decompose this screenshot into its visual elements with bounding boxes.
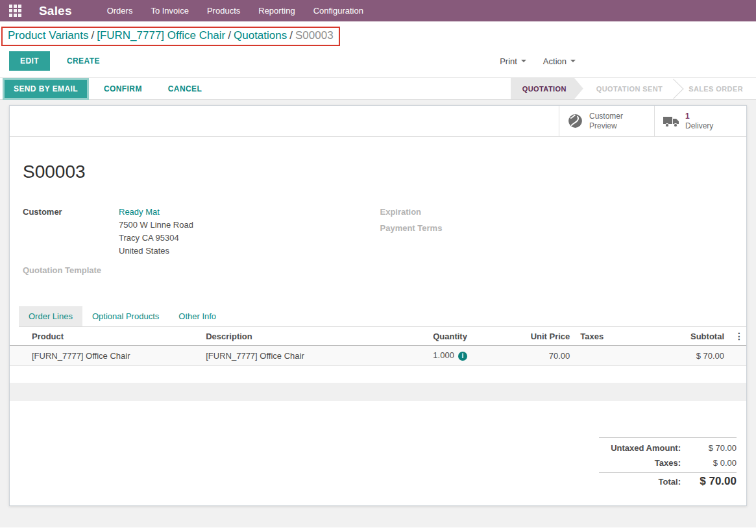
delivery-button[interactable]: 1 Delivery bbox=[654, 106, 746, 136]
order-lines-table: Product Description Quantity Unit Price … bbox=[10, 327, 746, 401]
top-navbar: Sales Orders To Invoice Products Reporti… bbox=[0, 0, 756, 21]
statusbar: SEND BY EMAIL CONFIRM CANCEL QUOTATION Q… bbox=[0, 77, 756, 100]
statusbar-states: QUOTATION QUOTATION SENT SALES ORDER bbox=[511, 78, 756, 99]
breadcrumb: Product Variants/[FURN_7777] Office Chai… bbox=[8, 29, 334, 42]
totals-section: Untaxed Amount: $ 70.00 Taxes: $ 0.00 To… bbox=[10, 437, 746, 492]
breadcrumb-separator: / bbox=[287, 29, 295, 42]
customer-label: Customer bbox=[23, 206, 119, 219]
tab-order-lines[interactable]: Order Lines bbox=[19, 306, 82, 326]
quantity-value: 1.000 bbox=[433, 350, 454, 360]
breadcrumb-product-variants[interactable]: Product Variants bbox=[8, 29, 88, 42]
customer-link[interactable]: Ready Mat bbox=[119, 206, 160, 219]
send-by-email-button[interactable]: SEND BY EMAIL bbox=[5, 80, 87, 98]
col-product: Product bbox=[10, 327, 201, 346]
empty-row bbox=[10, 366, 746, 383]
total-label: Total: bbox=[659, 477, 681, 490]
edit-button[interactable]: EDIT bbox=[9, 51, 50, 71]
optional-columns-icon[interactable]: ⋮ bbox=[735, 331, 744, 341]
menu-reporting[interactable]: Reporting bbox=[249, 0, 304, 21]
cell-subtotal: $ 70.00 bbox=[634, 346, 729, 366]
expiration-label: Expiration bbox=[380, 206, 476, 219]
tab-other-info[interactable]: Other Info bbox=[169, 306, 226, 326]
content-area: Customer Preview 1 Delivery S00003 bbox=[0, 100, 756, 527]
untaxed-amount-value: $ 70.00 bbox=[690, 443, 737, 453]
menu-products[interactable]: Products bbox=[198, 0, 249, 21]
menu-orders[interactable]: Orders bbox=[98, 0, 142, 21]
smart-button-bar: Customer Preview 1 Delivery bbox=[10, 106, 746, 137]
customer-preview-label: Customer Preview bbox=[589, 112, 646, 131]
globe-icon bbox=[567, 113, 583, 129]
breadcrumb-office-chair[interactable]: [FURN_7777] Office Chair bbox=[97, 29, 225, 42]
cell-taxes bbox=[575, 346, 634, 366]
menu-to-invoice[interactable]: To Invoice bbox=[141, 0, 198, 21]
app-title: Sales bbox=[39, 4, 72, 18]
breadcrumb-annotation-box: Product Variants/[FURN_7777] Office Chai… bbox=[1, 27, 340, 46]
cell-unit-price: 70.00 bbox=[472, 346, 575, 366]
table-header-row: Product Description Quantity Unit Price … bbox=[10, 327, 746, 346]
taxes-value: $ 0.00 bbox=[690, 458, 737, 468]
breadcrumb-separator: / bbox=[225, 29, 234, 42]
breadcrumb-quotations[interactable]: Quotations bbox=[234, 29, 287, 42]
statusbar-buttons: SEND BY EMAIL CONFIRM CANCEL bbox=[0, 78, 211, 100]
delivery-label: Delivery bbox=[685, 121, 713, 130]
menu-configuration[interactable]: Configuration bbox=[304, 0, 372, 21]
main-menu: Orders To Invoice Products Reporting Con… bbox=[98, 0, 372, 21]
apps-menu-button[interactable] bbox=[0, 0, 30, 21]
taxes-label: Taxes: bbox=[655, 458, 681, 468]
truck-icon bbox=[663, 114, 679, 128]
breadcrumb-separator: / bbox=[88, 29, 97, 42]
action-dropdown[interactable]: Action bbox=[543, 56, 576, 66]
state-sales-order[interactable]: SALES ORDER bbox=[676, 78, 756, 99]
customer-address-line: Tracy CA 95304 bbox=[119, 232, 378, 245]
print-label: Print bbox=[500, 56, 517, 66]
control-panel-buttons: EDIT CREATE Print Action bbox=[9, 51, 756, 71]
col-description: Description bbox=[201, 327, 399, 346]
record-title: S00003 bbox=[23, 162, 746, 182]
total-value: $ 70.00 bbox=[690, 475, 737, 488]
info-icon[interactable]: i bbox=[458, 352, 467, 361]
apps-grid-icon bbox=[9, 5, 21, 17]
print-dropdown[interactable]: Print bbox=[500, 56, 526, 66]
create-button[interactable]: CREATE bbox=[58, 51, 109, 71]
tab-optional-products[interactable]: Optional Products bbox=[82, 306, 169, 326]
cell-quantity: 1.000i bbox=[399, 346, 472, 366]
notebook-tabs: Order Lines Optional Products Other Info bbox=[19, 306, 746, 327]
state-quotation-sent[interactable]: QUOTATION SENT bbox=[583, 78, 676, 99]
confirm-button[interactable]: CONFIRM bbox=[95, 79, 151, 99]
col-quantity: Quantity bbox=[399, 327, 472, 346]
action-label: Action bbox=[543, 56, 567, 66]
cancel-button[interactable]: CANCEL bbox=[159, 79, 211, 99]
customer-address-line: United States bbox=[119, 245, 378, 258]
customer-preview-button[interactable]: Customer Preview bbox=[559, 106, 654, 136]
payment-terms-label: Payment Terms bbox=[380, 222, 476, 235]
col-subtotal: Subtotal bbox=[634, 327, 729, 346]
caret-down-icon bbox=[521, 60, 526, 65]
order-line-row[interactable]: [FURN_7777] Office Chair [FURN_7777] Off… bbox=[10, 346, 746, 366]
untaxed-amount-label: Untaxed Amount: bbox=[611, 443, 681, 453]
col-unit-price: Unit Price bbox=[472, 327, 575, 346]
caret-down-icon bbox=[570, 60, 576, 65]
empty-row bbox=[10, 383, 746, 401]
control-panel-dropdowns: Print Action bbox=[500, 56, 576, 66]
cell-description: [FURN_7777] Office Chair bbox=[201, 346, 399, 366]
col-taxes: Taxes bbox=[575, 327, 634, 346]
customer-address-line: 7500 W Linne Road bbox=[119, 219, 378, 232]
breadcrumb-current: S00003 bbox=[295, 29, 334, 42]
delivery-count: 1 bbox=[685, 112, 690, 121]
cell-product: [FURN_7777] Office Chair bbox=[10, 346, 201, 366]
form-fields: Customer Ready Mat 7500 W Linne Road Tra… bbox=[10, 206, 746, 275]
form-sheet: Customer Preview 1 Delivery S00003 bbox=[9, 105, 747, 506]
quotation-template-label: Quotation Template bbox=[23, 265, 378, 275]
state-quotation[interactable]: QUOTATION bbox=[511, 78, 583, 99]
control-panel: Product Variants/[FURN_7777] Office Chai… bbox=[0, 21, 756, 71]
